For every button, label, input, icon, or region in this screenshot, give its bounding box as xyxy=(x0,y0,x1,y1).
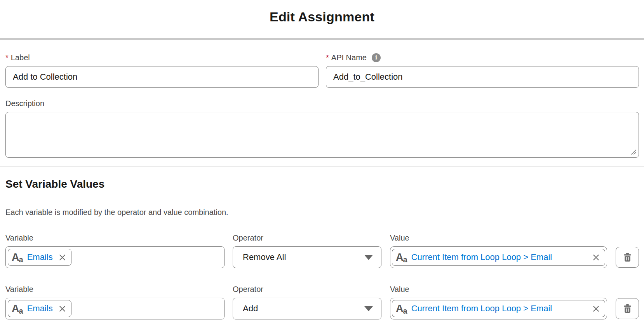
text-type-icon: Aa xyxy=(396,252,407,263)
description-field-label-text: Description xyxy=(5,99,44,108)
operator-column: Operator Add xyxy=(233,284,381,319)
value-pill[interactable]: Aa Current Item from Loop Loop > Email xyxy=(392,249,605,266)
operator-column-label: Operator xyxy=(233,233,381,243)
variable-pill[interactable]: Aa Emails xyxy=(8,249,71,266)
description-field-label: Description xyxy=(5,99,639,108)
value-pill-label: Current Item from Loop Loop > Email xyxy=(411,304,552,314)
required-asterisk: * xyxy=(5,53,9,62)
value-column-label: Value xyxy=(390,233,607,243)
label-input[interactable] xyxy=(5,66,319,88)
variable-pill-label: Emails xyxy=(27,304,53,314)
value-column: Value Aa Current Item from Loop Loop > E… xyxy=(390,233,607,268)
info-icon[interactable]: i xyxy=(372,53,381,62)
operator-selected-value: Add xyxy=(243,304,258,314)
remove-pill-icon[interactable] xyxy=(58,253,66,262)
api-name-input[interactable] xyxy=(326,66,639,88)
remove-pill-icon[interactable] xyxy=(592,305,600,313)
resize-handle-icon[interactable] xyxy=(631,149,637,155)
section-description: Each variable is modified by the operato… xyxy=(5,208,639,217)
modal-title: Edit Assignment xyxy=(0,0,644,26)
set-variable-values-section: Set Variable Values Each variable is mod… xyxy=(0,178,644,319)
variable-pill[interactable]: Aa Emails xyxy=(8,300,71,317)
dropdown-arrow-icon xyxy=(364,306,373,311)
operator-select[interactable]: Add xyxy=(233,298,381,319)
description-field-group: Description xyxy=(5,99,639,158)
operator-selected-value: Remove All xyxy=(243,252,286,262)
delete-column xyxy=(616,284,639,319)
trash-icon xyxy=(622,252,633,263)
assignment-row: Variable Aa Emails Operator Remove All xyxy=(5,233,639,268)
text-type-icon: Aa xyxy=(12,252,23,263)
properties-form: * Label * API Name i Description xyxy=(0,53,644,158)
value-pill[interactable]: Aa Current Item from Loop Loop > Email xyxy=(392,300,605,317)
api-name-field-group: * API Name i xyxy=(326,53,639,88)
header-divider xyxy=(0,38,644,40)
edit-assignment-modal: Edit Assignment * Label * API Name i xyxy=(0,0,644,319)
remove-pill-icon[interactable] xyxy=(592,253,600,262)
value-column-label: Value xyxy=(390,284,607,294)
delete-row-button[interactable] xyxy=(616,298,639,319)
variable-column: Variable Aa Emails xyxy=(5,284,225,319)
description-textarea[interactable] xyxy=(5,112,639,158)
value-pill-label: Current Item from Loop Loop > Email xyxy=(411,252,552,262)
label-field-label-text: Label xyxy=(11,53,30,62)
api-name-field-label-text: API Name xyxy=(331,53,367,62)
required-asterisk: * xyxy=(326,53,329,62)
variable-column: Variable Aa Emails xyxy=(5,233,225,268)
trash-icon xyxy=(622,304,633,314)
text-type-icon: Aa xyxy=(396,304,407,314)
label-field-group: * Label xyxy=(5,53,319,88)
section-divider xyxy=(0,166,644,167)
delete-row-button[interactable] xyxy=(616,247,639,268)
text-type-icon: Aa xyxy=(12,304,23,314)
operator-select[interactable]: Remove All xyxy=(233,246,381,268)
remove-pill-icon[interactable] xyxy=(58,305,66,313)
variable-input[interactable]: Aa Emails xyxy=(5,246,225,268)
operator-column: Operator Remove All xyxy=(233,233,381,268)
label-field-label: * Label xyxy=(5,53,319,62)
delete-column xyxy=(616,233,639,268)
value-column: Value Aa Current Item from Loop Loop > E… xyxy=(390,284,607,319)
variable-input[interactable]: Aa Emails xyxy=(5,298,225,319)
assignment-row: Variable Aa Emails Operator Add xyxy=(5,284,639,319)
api-name-field-label: * API Name i xyxy=(326,53,639,62)
info-icon-glyph: i xyxy=(375,53,377,62)
section-title: Set Variable Values xyxy=(5,178,639,190)
value-input[interactable]: Aa Current Item from Loop Loop > Email xyxy=(390,246,607,268)
variable-pill-label: Emails xyxy=(27,252,53,262)
dropdown-arrow-icon xyxy=(364,255,373,260)
operator-column-label: Operator xyxy=(233,284,381,294)
variable-column-label: Variable xyxy=(5,233,225,243)
variable-column-label: Variable xyxy=(5,284,225,294)
value-input[interactable]: Aa Current Item from Loop Loop > Email xyxy=(390,298,607,319)
